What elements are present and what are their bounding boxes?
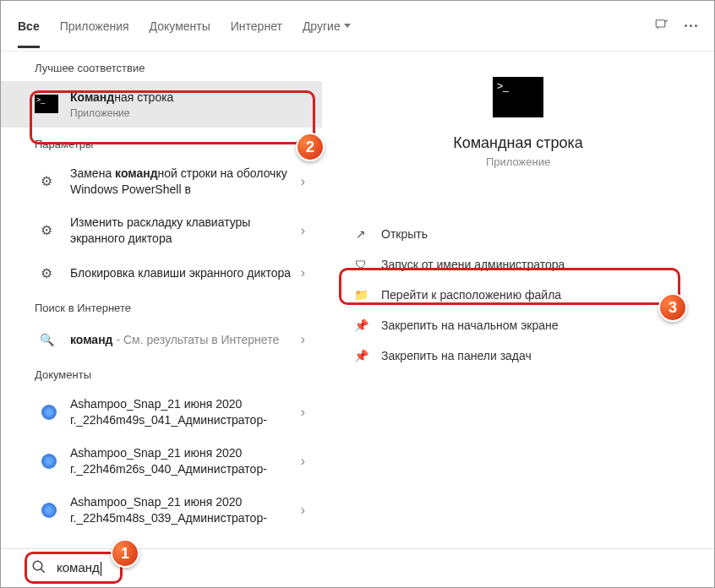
document-item[interactable]: Ashampoo_Snap_21 июня 2020 г._22h46m49s_… [1, 388, 322, 437]
tab-all[interactable]: Все [18, 4, 40, 48]
header-actions [654, 17, 697, 35]
best-match-item[interactable]: Командная строка Приложение [1, 81, 322, 128]
tab-bar: Все Приложения Документы Интернет Другие [18, 4, 654, 48]
document-item[interactable]: Ashampoo_Snap_21 июня 2020 г._22h45m48s_… [1, 486, 322, 535]
svg-line-2 [41, 569, 45, 573]
web-search-item[interactable]: команд - См. результаты в Интернете › [1, 321, 322, 358]
chevron-right-icon: › [301, 174, 305, 189]
search-input[interactable]: команд [57, 560, 101, 576]
action-pin-taskbar[interactable]: 📌 Закрепить на панели задач [347, 340, 689, 371]
settings-icon [35, 220, 58, 241]
action-list: ↗ Открыть 🛡 Запуск от имени администрато… [347, 219, 689, 371]
shield-icon: 🛡 [352, 258, 369, 271]
action-pin-start[interactable]: 📌 Закрепить на начальном экране [347, 310, 689, 340]
action-open[interactable]: ↗ Открыть [347, 219, 689, 249]
action-run-as-admin[interactable]: 🛡 Запуск от имени администратора [347, 249, 689, 280]
pin-icon: 📌 [352, 318, 369, 332]
tab-more[interactable]: Другие [303, 4, 351, 48]
svg-point-1 [33, 561, 42, 570]
action-open-location[interactable]: 📁 Перейти к расположению файла [347, 280, 689, 310]
preview-app-icon [493, 77, 543, 117]
settings-icon [35, 172, 58, 192]
section-documents: Документы [1, 358, 322, 388]
document-item[interactable]: Ashampoo_Snap_21 июня 2020 г._22h46m26s_… [1, 437, 322, 486]
header-tabs: Все Приложения Документы Интернет Другие [1, 1, 714, 52]
settings-item[interactable]: Блокировка клавиши экранного диктора › [1, 254, 322, 291]
tab-web[interactable]: Интернет [231, 4, 282, 48]
document-icon [41, 503, 57, 518]
chevron-right-icon: › [301, 454, 305, 469]
preview-subtitle: Приложение [347, 155, 689, 168]
open-icon: ↗ [352, 227, 369, 241]
section-settings: Параметры [1, 128, 322, 157]
best-match-title: Командная строка [70, 90, 305, 106]
best-match-subtitle: Приложение [70, 107, 305, 119]
document-icon [41, 454, 57, 469]
chevron-down-icon [344, 24, 351, 28]
chevron-right-icon: › [301, 223, 305, 238]
chevron-right-icon: › [301, 265, 305, 280]
preview-panel: Командная строка Приложение ↗ Открыть 🛡 … [322, 52, 714, 550]
settings-item[interactable]: Замена командной строки на оболочку Wind… [1, 157, 322, 206]
search-icon [35, 329, 58, 350]
feedback-icon[interactable] [654, 17, 669, 35]
preview-title: Командная строка [347, 134, 689, 152]
search-bar[interactable]: команд [1, 548, 714, 587]
section-best-match: Лучшее соответствие [1, 52, 322, 81]
document-icon [41, 405, 57, 420]
chevron-right-icon: › [301, 405, 305, 420]
chevron-right-icon: › [301, 332, 305, 347]
pin-icon: 📌 [352, 349, 369, 362]
chevron-right-icon: › [301, 503, 305, 518]
tab-apps[interactable]: Приложения [60, 4, 129, 48]
section-web-search: Поиск в Интернете [1, 291, 322, 321]
settings-item[interactable]: Изменить раскладку клавиатуры экранного … [1, 206, 322, 255]
svg-rect-0 [656, 19, 665, 26]
settings-icon [35, 263, 58, 283]
content: Лучшее соответствие Командная строка При… [1, 52, 714, 550]
cmd-icon [35, 95, 58, 113]
search-icon [31, 559, 46, 578]
results-column: Лучшее соответствие Командная строка При… [1, 52, 322, 550]
tab-documents[interactable]: Документы [150, 4, 210, 48]
folder-icon: 📁 [352, 288, 369, 302]
more-options-icon[interactable] [685, 24, 697, 27]
